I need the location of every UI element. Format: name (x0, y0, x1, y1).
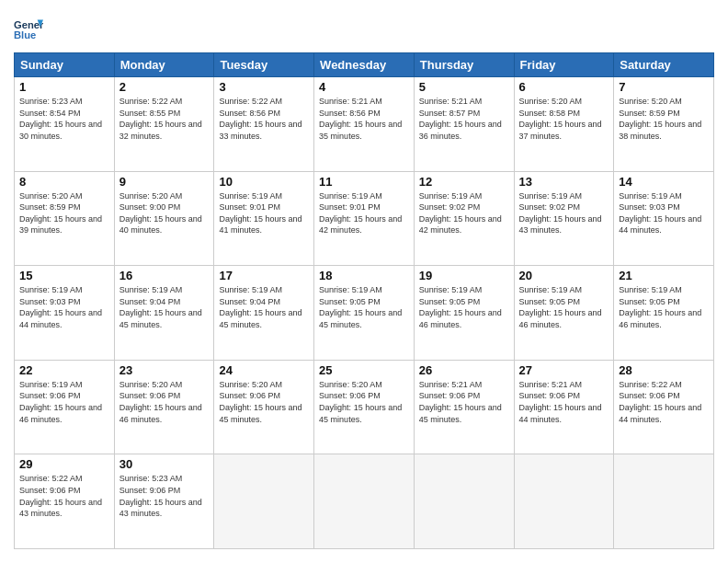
sunrise-label: Sunrise: 5:19 AM (19, 380, 83, 389)
day-info: Sunrise: 5:19 AM Sunset: 9:05 PM Dayligh… (319, 284, 409, 330)
day-info: Sunrise: 5:23 AM Sunset: 9:06 PM Dayligh… (119, 473, 210, 519)
sunrise-label: Sunrise: 5:21 AM (419, 97, 483, 106)
calendar-cell: 12 Sunrise: 5:19 AM Sunset: 9:02 PM Dayl… (414, 171, 514, 266)
calendar-cell: 30 Sunrise: 5:23 AM Sunset: 9:06 PM Dayl… (114, 454, 214, 549)
daylight-label: Daylight: 15 hours and 44 minutes. (519, 403, 602, 424)
day-number: 15 (19, 269, 109, 282)
day-number: 27 (519, 363, 609, 377)
daylight-label: Daylight: 15 hours and 45 minutes. (419, 403, 502, 424)
sunset-label: Sunset: 9:06 PM (419, 391, 481, 400)
day-info: Sunrise: 5:20 AM Sunset: 9:06 PM Dayligh… (219, 379, 309, 425)
day-info: Sunrise: 5:21 AM Sunset: 8:56 PM Dayligh… (319, 96, 409, 142)
day-number: 18 (319, 269, 409, 282)
daylight-label: Daylight: 15 hours and 45 minutes. (119, 308, 202, 329)
day-info: Sunrise: 5:20 AM Sunset: 8:58 PM Dayligh… (519, 96, 609, 142)
calendar-cell: 25 Sunrise: 5:20 AM Sunset: 9:06 PM Dayl… (314, 360, 415, 454)
day-number: 12 (419, 175, 509, 189)
sunrise-label: Sunrise: 5:19 AM (19, 285, 83, 294)
calendar-cell: 27 Sunrise: 5:21 AM Sunset: 9:06 PM Dayl… (514, 360, 614, 454)
sunrise-label: Sunrise: 5:20 AM (119, 380, 183, 389)
day-info: Sunrise: 5:23 AM Sunset: 8:54 PM Dayligh… (19, 96, 109, 142)
day-number: 24 (219, 363, 309, 377)
sunrise-label: Sunrise: 5:20 AM (19, 191, 83, 201)
weekday-header-friday: Friday (514, 53, 614, 77)
day-info: Sunrise: 5:20 AM Sunset: 8:59 PM Dayligh… (19, 190, 109, 236)
daylight-label: Daylight: 15 hours and 43 minutes. (19, 498, 102, 519)
calendar-week-1: 1 Sunrise: 5:23 AM Sunset: 8:54 PM Dayli… (15, 77, 714, 172)
calendar-cell: 4 Sunrise: 5:21 AM Sunset: 8:56 PM Dayli… (314, 77, 415, 172)
logo-icon: General Blue (14, 14, 43, 43)
daylight-label: Daylight: 15 hours and 44 minutes. (19, 308, 102, 329)
day-info: Sunrise: 5:22 AM Sunset: 8:55 PM Dayligh… (119, 96, 210, 142)
day-info: Sunrise: 5:21 AM Sunset: 9:06 PM Dayligh… (519, 379, 609, 425)
sunrise-label: Sunrise: 5:19 AM (319, 191, 382, 201)
calendar-cell: 11 Sunrise: 5:19 AM Sunset: 9:01 PM Dayl… (314, 171, 415, 266)
daylight-label: Daylight: 15 hours and 44 minutes. (619, 403, 701, 424)
day-number: 10 (219, 175, 309, 189)
daylight-label: Daylight: 15 hours and 36 minutes. (419, 120, 502, 141)
calendar-cell: 23 Sunrise: 5:20 AM Sunset: 9:06 PM Dayl… (114, 360, 214, 454)
calendar-cell: 8 Sunrise: 5:20 AM Sunset: 8:59 PM Dayli… (15, 171, 115, 266)
calendar-cell: 26 Sunrise: 5:21 AM Sunset: 9:06 PM Dayl… (414, 360, 514, 454)
daylight-label: Daylight: 15 hours and 32 minutes. (119, 120, 202, 141)
calendar-week-2: 8 Sunrise: 5:20 AM Sunset: 8:59 PM Dayli… (15, 171, 714, 266)
daylight-label: Daylight: 15 hours and 45 minutes. (219, 403, 301, 424)
sunset-label: Sunset: 9:03 PM (619, 202, 680, 212)
calendar-cell (214, 454, 314, 549)
calendar-cell: 10 Sunrise: 5:19 AM Sunset: 9:01 PM Dayl… (214, 171, 314, 266)
daylight-label: Daylight: 15 hours and 45 minutes. (319, 403, 402, 424)
day-info: Sunrise: 5:19 AM Sunset: 9:06 PM Dayligh… (19, 379, 109, 425)
header: General Blue (14, 14, 714, 43)
day-info: Sunrise: 5:19 AM Sunset: 9:05 PM Dayligh… (619, 284, 709, 330)
day-number: 16 (119, 269, 210, 282)
day-info: Sunrise: 5:19 AM Sunset: 9:02 PM Dayligh… (419, 190, 509, 236)
calendar-cell: 3 Sunrise: 5:22 AM Sunset: 8:56 PM Dayli… (214, 77, 314, 172)
daylight-label: Daylight: 15 hours and 33 minutes. (219, 120, 301, 141)
day-info: Sunrise: 5:20 AM Sunset: 9:06 PM Dayligh… (319, 379, 409, 425)
daylight-label: Daylight: 15 hours and 35 minutes. (319, 120, 402, 141)
sunset-label: Sunset: 9:02 PM (419, 202, 481, 212)
day-number: 1 (19, 80, 109, 94)
day-info: Sunrise: 5:21 AM Sunset: 8:57 PM Dayligh… (419, 96, 509, 142)
day-number: 14 (619, 175, 709, 189)
daylight-label: Daylight: 15 hours and 38 minutes. (619, 120, 701, 141)
calendar-week-5: 29 Sunrise: 5:22 AM Sunset: 9:06 PM Dayl… (15, 454, 714, 549)
daylight-label: Daylight: 15 hours and 46 minutes. (119, 403, 202, 424)
weekday-header-saturday: Saturday (614, 53, 714, 77)
day-info: Sunrise: 5:19 AM Sunset: 9:03 PM Dayligh… (619, 190, 709, 236)
sunrise-label: Sunrise: 5:22 AM (619, 380, 682, 389)
calendar-cell: 5 Sunrise: 5:21 AM Sunset: 8:57 PM Dayli… (414, 77, 514, 172)
calendar-cell: 18 Sunrise: 5:19 AM Sunset: 9:05 PM Dayl… (314, 266, 415, 361)
sunrise-label: Sunrise: 5:21 AM (419, 380, 483, 389)
sunrise-label: Sunrise: 5:21 AM (519, 380, 583, 389)
calendar-cell: 9 Sunrise: 5:20 AM Sunset: 9:00 PM Dayli… (114, 171, 214, 266)
daylight-label: Daylight: 15 hours and 46 minutes. (419, 308, 502, 329)
day-number: 13 (519, 175, 609, 189)
sunset-label: Sunset: 9:06 PM (119, 486, 181, 495)
weekday-header-thursday: Thursday (414, 53, 514, 77)
calendar-cell: 6 Sunrise: 5:20 AM Sunset: 8:58 PM Dayli… (514, 77, 614, 172)
weekday-header-row: SundayMondayTuesdayWednesdayThursdayFrid… (15, 53, 714, 77)
daylight-label: Daylight: 15 hours and 41 minutes. (219, 214, 301, 236)
day-info: Sunrise: 5:19 AM Sunset: 9:04 PM Dayligh… (219, 284, 309, 330)
daylight-label: Daylight: 15 hours and 42 minutes. (319, 214, 402, 236)
day-number: 2 (119, 80, 210, 94)
day-info: Sunrise: 5:19 AM Sunset: 9:03 PM Dayligh… (19, 284, 109, 330)
sunrise-label: Sunrise: 5:20 AM (519, 97, 583, 106)
sunset-label: Sunset: 9:05 PM (619, 297, 680, 306)
sunrise-label: Sunrise: 5:23 AM (119, 474, 183, 483)
calendar-cell (314, 454, 415, 549)
day-info: Sunrise: 5:22 AM Sunset: 9:06 PM Dayligh… (619, 379, 709, 425)
daylight-label: Daylight: 15 hours and 45 minutes. (319, 308, 402, 329)
logo: General Blue (14, 14, 47, 43)
sunrise-label: Sunrise: 5:20 AM (219, 380, 282, 389)
sunrise-label: Sunrise: 5:19 AM (119, 285, 183, 294)
day-number: 5 (419, 80, 509, 94)
sunset-label: Sunset: 9:06 PM (119, 391, 181, 400)
daylight-label: Daylight: 15 hours and 45 minutes. (219, 308, 301, 329)
day-info: Sunrise: 5:19 AM Sunset: 9:05 PM Dayligh… (419, 284, 509, 330)
sunset-label: Sunset: 9:06 PM (19, 486, 81, 495)
day-number: 7 (619, 80, 709, 94)
day-number: 23 (119, 363, 210, 377)
calendar-cell: 20 Sunrise: 5:19 AM Sunset: 9:05 PM Dayl… (514, 266, 614, 361)
